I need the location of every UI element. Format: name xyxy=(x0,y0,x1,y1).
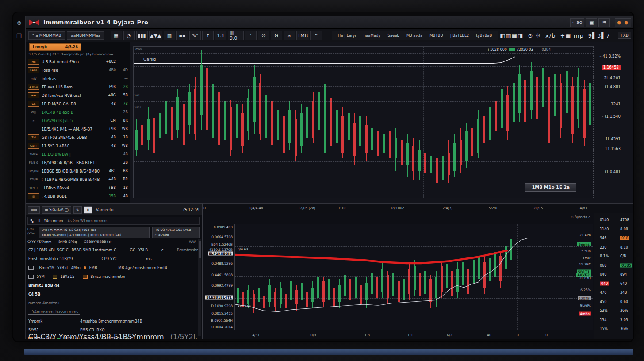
bezel-window-icon[interactable]: ❐ xyxy=(16,33,22,39)
toolbar-icon-button[interactable]: G xyxy=(271,31,282,40)
candle xyxy=(359,116,361,146)
toolbar-icon-button[interactable]: ◔ xyxy=(123,31,135,40)
terminal-field[interactable]: Vameeto xyxy=(96,207,114,212)
market-watch-row[interactable]: 1B/5.4X1 P41 — AM. 45-B7+9BWB xyxy=(26,125,130,133)
market-watch-row[interactable]: Bm/BM1BBGB 5B /BB B/4B B/G4BMB0T4B1BB xyxy=(26,167,130,175)
toolbar-icon-button[interactable]: a xyxy=(284,31,295,40)
orders-table-header[interactable]: U4TTm mmm F9 4/2 GYq 4993 TBq BB.Bu 4Y.1… xyxy=(39,227,150,238)
market-watch-row[interactable]: 4TM +. LBBva BBvv4+BB1B xyxy=(26,184,130,192)
candle xyxy=(465,131,468,161)
menu-item[interactable]: haaMady xyxy=(360,33,384,38)
toolbar-right-icon[interactable]: 9▌3▌7 xyxy=(588,32,610,39)
market-watch-row[interactable]: ≣≣DB Iam/vse NVB.ussl+8G5B xyxy=(26,91,130,100)
toolbar-icon-button[interactable]: 1.1 xyxy=(215,31,226,40)
market-watch-row[interactable]: F9/B G1B/5PBC 4/ B/5B - BB4 B1B1T2B xyxy=(26,158,130,167)
menu-item[interactable]: Ha | Laryr xyxy=(335,33,360,38)
quote-value: 1140 xyxy=(600,227,609,231)
market-watch-row[interactable]: 4.8GaTB eva LU5 BemF9B2B xyxy=(26,83,130,91)
candle xyxy=(418,150,421,171)
time-axis[interactable]: 02/0416/40Q4/4-4a12/05 (2a)1:1018/10022/… xyxy=(130,203,633,213)
toolbar-icon-button[interactable]: ▥ 9.0 xyxy=(228,31,244,40)
titlebar-button[interactable]: ▣ xyxy=(586,18,597,27)
market-watch-row[interactable]: F4aaFosa 4se4B04D xyxy=(26,66,130,74)
market-watch-row[interactable]: Ga1B D.M/5G GA. D84B7B xyxy=(26,100,130,108)
fxd-badge[interactable]: FXB xyxy=(618,32,631,39)
titlebar-button[interactable]: ⌐ao xyxy=(570,18,585,27)
price-axis[interactable]: 41 8.52%1.164522L 4.201(1.4.8011241(1.1.… xyxy=(595,46,621,198)
terminal-edit-button[interactable]: ✎ xyxy=(73,206,82,214)
menu-item[interactable]: Saeeb xyxy=(384,33,402,38)
indicator-chart-toolbar[interactable]: ⊙ Bytecta ⌂ xyxy=(571,215,590,219)
candle xyxy=(401,140,403,165)
menu-item[interactable]: M3 avda xyxy=(403,33,426,38)
quote-value: 894 xyxy=(620,273,627,277)
terminal-grid-button[interactable]: ▤▤ xyxy=(28,206,40,214)
menu-item[interactable]: MBTBU xyxy=(426,33,446,38)
toolbar-right-icon[interactable]: ⊙ ☼ xyxy=(528,32,541,39)
menu-item[interactable]: | BaTLBL2 xyxy=(447,33,472,38)
symbol-ask: 4D xyxy=(118,68,128,72)
toolbar-icon-button[interactable]: ▥ xyxy=(164,31,175,40)
terminal-text: Y5LB xyxy=(138,248,148,252)
toolbar-right-icon[interactable]: x/b xyxy=(545,32,556,39)
market-watch-row[interactable]: 1T5/B( T1BP £ 4B/5GMBB B9B B/44BB+4BBR xyxy=(26,175,130,184)
gridline-h xyxy=(235,298,593,299)
market-watch-tab-right[interactable]: 4/3.28 xyxy=(65,45,78,49)
candle xyxy=(206,68,208,130)
toolbar-right-icon[interactable]: +▦ mp xyxy=(560,32,583,39)
toolbar-icon-button[interactable]: ▪▪ xyxy=(176,31,188,40)
toolbar-icon-button[interactable]: ≐ xyxy=(245,31,257,40)
candle xyxy=(165,101,167,134)
quote-value: 36% xyxy=(620,309,628,313)
toolbar-right-icon[interactable]: ◧▥▦◨ xyxy=(500,32,523,39)
candle xyxy=(324,84,326,152)
market-watch-row[interactable]: W◎14C.4B 4B e5b B2B xyxy=(26,108,130,116)
toolbar-icon-button[interactable]: ↑ xyxy=(202,31,214,40)
toolbar-icon-button[interactable]: ▦ xyxy=(111,31,122,40)
toolbar-icon-button[interactable]: ∅ xyxy=(258,31,269,40)
terminal-tab[interactable]: CYYY Y5YAmm xyxy=(27,240,51,246)
terminal-tab[interactable]: GBBBYYBBBB (c) xyxy=(84,240,112,246)
candle xyxy=(247,98,249,131)
symbol-name: 1B/5.4X1 P41 — AM. 45-B7 xyxy=(42,127,100,131)
quote-value: 348 xyxy=(620,291,627,295)
columns-divider xyxy=(617,213,617,339)
main-chart-plot[interactable]: mrer Gariiq +1028 000 /2020 03 0294 1971… xyxy=(133,46,594,198)
menu-item[interactable]: tyBvBaB xyxy=(473,33,495,38)
market-watch-row[interactable]: TM£41B.L/3.B% BW |4B xyxy=(26,150,130,158)
market-watch-header-tab[interactable]: I nnryb 4/3.28 xyxy=(29,43,81,51)
toolbar-icon-button[interactable]: TMB xyxy=(296,31,309,40)
terminal-scrollbar[interactable] xyxy=(198,239,201,336)
market-watch-row[interactable]: mWIntetras— xyxy=(26,74,130,83)
titlebar-accent-button[interactable]: ● ● xyxy=(615,18,631,27)
timeframe-button[interactable]: 1M8 M1o 1E 2a xyxy=(525,183,576,192)
symbol-icon: TM£4 xyxy=(28,151,39,157)
symbol-field[interactable]: * a MMBMMAB xyxy=(28,31,65,40)
market-watch-row[interactable]: Tm B.B1BB BBV BB744BB+4 xyxy=(26,200,130,203)
symbol-ask: 4B xyxy=(118,152,128,156)
titlebar-button[interactable]: ≋ xyxy=(598,18,610,27)
terminal-stop-button[interactable]: ▮ xyxy=(84,206,92,214)
price-axis-label: 2L 4.201 xyxy=(601,76,621,80)
symbol-icon: HE xyxy=(28,59,39,65)
market-watch-tab-left[interactable]: I nnryb xyxy=(33,45,47,49)
indicator-plot[interactable]: 0/9 63 RIN 240 21 4P85mms5.50BTm0'15.7BC… xyxy=(234,224,593,330)
market-watch-row[interactable]: TMGB+F03 34B/45b. 5DBB4B1B xyxy=(26,133,130,142)
toolbar-icon-button[interactable]: ✎ˣ xyxy=(189,31,201,40)
terminal-tab[interactable]: B4YB 5PBq xyxy=(58,240,77,246)
market-watch-row[interactable]: ≋1GAVAG1B Jvt. 5CM8R xyxy=(26,116,130,125)
toolbar-icon-button[interactable]: ^ xyxy=(310,31,322,40)
toolbar-icon-button[interactable]: ▮▮▮ xyxy=(136,31,148,40)
market-watch-row[interactable]: GaFF11.5Y3 1 4B5£4BWB xyxy=(26,142,130,150)
orders-table-header-right[interactable]: +9 D3 4./5.B G91 5YSB ⎙ 5L4/9B xyxy=(152,227,200,238)
time-axis-label: 1:10 xyxy=(338,206,346,210)
terminal-row: —Y4mmsmmchassm mms- xyxy=(28,310,200,315)
terminal-filter-row[interactable]: ▚ Π | Y4m mmm 4s Gm.W1mm mmmm xyxy=(27,217,200,225)
terminal-view-button[interactable]: ▦ SiGaTaA ◯ xyxy=(42,206,71,214)
market-watch-row[interactable]: ▥. 4.BBB BGB115B4B xyxy=(26,192,130,200)
filter-text-b: 4s Gm.W1mm mmmm xyxy=(68,219,108,223)
market-watch-row[interactable]: HEU.S Bat Armat £9na+8C2 xyxy=(26,58,130,66)
toolbar-icon-button[interactable]: ▲▼▲ xyxy=(149,31,162,40)
bezel-power-icon[interactable]: ⊜ xyxy=(17,19,22,26)
period-field[interactable]: aaMBMMMMas xyxy=(67,31,104,40)
